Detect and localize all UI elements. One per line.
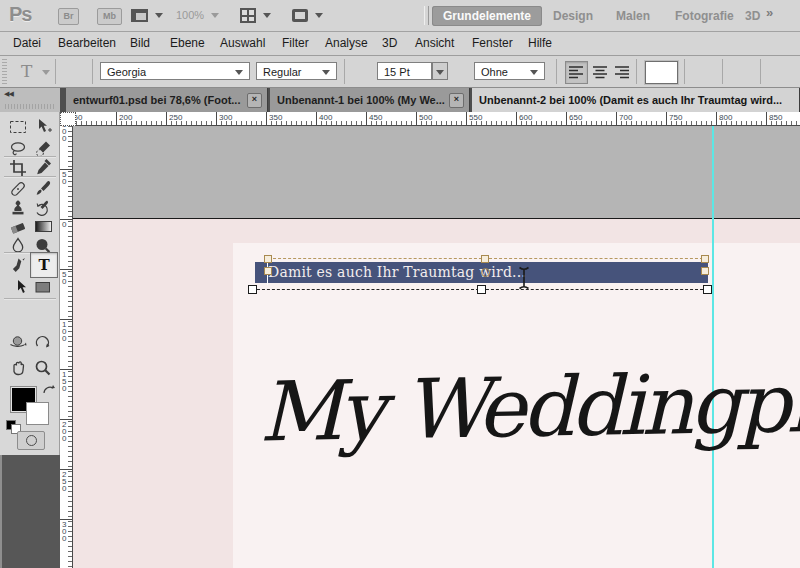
textbox-handle-top-center[interactable] — [481, 255, 489, 263]
zoom-level-display[interactable]: 100% — [176, 9, 204, 21]
rectangular-marquee-icon — [8, 117, 28, 137]
move-tool[interactable] — [31, 116, 55, 137]
align-left-button[interactable] — [565, 61, 588, 84]
align-right-icon — [615, 66, 630, 79]
anti-alias-select[interactable]: Ohne — [474, 62, 545, 80]
textbox-handle-mid-right[interactable] — [701, 267, 709, 275]
separator — [344, 59, 345, 84]
rectangular-marquee-tool[interactable] — [6, 116, 30, 137]
workspace-button[interactable]: Fotografie — [675, 6, 734, 26]
view-extras-dropdown-arrow[interactable] — [155, 13, 163, 18]
transform-reference-point[interactable] — [481, 268, 490, 277]
separator — [760, 59, 761, 84]
swap-colors-icon[interactable] — [41, 383, 57, 401]
history-brush-icon — [33, 198, 53, 218]
eraser-icon — [8, 217, 28, 237]
hand-tool[interactable] — [6, 357, 30, 378]
application-bar: Ps Br Mb 100% — [0, 0, 800, 32]
3d-rotate-tool[interactable] — [6, 332, 30, 353]
ibeam-cursor — [517, 266, 531, 294]
vertical-guide[interactable] — [712, 126, 714, 568]
vertical-ruler[interactable]: 100 50 0 50 100 150 200 250 300 — [60, 126, 73, 568]
separator — [722, 59, 723, 84]
arrange-documents-icon[interactable] — [238, 6, 258, 29]
brush-tool[interactable] — [31, 178, 55, 199]
ruler-origin-box[interactable] — [60, 112, 76, 126]
menu-item[interactable]: Auswahl — [220, 36, 265, 50]
menu-item[interactable]: Bearbeiten — [58, 36, 116, 50]
separator — [92, 59, 93, 84]
transform-handle-bottom-center[interactable] — [477, 285, 486, 294]
eraser-tool[interactable] — [6, 216, 30, 237]
font-family-dropdown-arrow[interactable] — [235, 70, 243, 75]
align-right-button[interactable] — [611, 61, 634, 84]
healing-brush-tool[interactable] — [6, 178, 30, 199]
font-style-dropdown-arrow[interactable] — [322, 70, 330, 75]
launch-bridge-button[interactable]: Br — [58, 8, 79, 25]
zoom-tool[interactable] — [31, 357, 55, 378]
type-tool[interactable]: T — [30, 252, 58, 278]
document-tab[interactable]: Unbenannt-1 bei 100% (My We... × — [270, 88, 470, 112]
shape-tool[interactable] — [31, 276, 55, 297]
collapse-panel-icon[interactable]: ◀◀ — [4, 90, 13, 98]
screen-mode-dropdown-arrow[interactable] — [315, 13, 323, 18]
launch-mini-bridge-button[interactable]: Mb — [97, 8, 122, 25]
menu-item[interactable]: Datei — [13, 36, 41, 50]
gradient-tool[interactable] — [31, 216, 55, 237]
workspace-button[interactable]: Design — [553, 6, 593, 26]
tool-preset-dropdown-arrow[interactable] — [42, 70, 50, 75]
menu-item[interactable]: Bild — [130, 36, 150, 50]
menu-item[interactable]: Fenster — [472, 36, 513, 50]
screen-mode-icon[interactable] — [290, 6, 310, 29]
menu-item[interactable]: Ebene — [170, 36, 205, 50]
font-style-select[interactable]: Regular — [256, 62, 337, 80]
background-color-swatch[interactable] — [26, 402, 49, 425]
current-tool-badge[interactable]: T — [15, 59, 45, 84]
pen-tool[interactable] — [6, 255, 30, 276]
options-bar-grip[interactable] — [2, 59, 7, 84]
document-tab[interactable]: Unbenannt-2 bei 100% (Damit es auch Ihr … — [472, 88, 800, 112]
workspace-button[interactable]: 3D — [745, 6, 760, 26]
menu-bar: DateiBearbeitenBildEbeneAuswahlFilterAna… — [0, 32, 800, 56]
text-color-swatch[interactable] — [645, 61, 678, 84]
font-size-dropdown-button[interactable] — [432, 62, 448, 80]
toolbox-divider — [4, 298, 56, 300]
menu-item[interactable]: 3D — [382, 36, 397, 50]
menu-item[interactable]: Analyse — [325, 36, 368, 50]
quick-mask-button[interactable] — [17, 431, 45, 450]
menu-item[interactable]: Filter — [282, 36, 309, 50]
photoshop-window: Ps Br Mb 100% — [0, 0, 800, 568]
textbox-handle-top-left[interactable] — [264, 255, 272, 263]
align-center-button[interactable] — [589, 61, 612, 84]
workspace-overflow-button[interactable]: » — [766, 5, 773, 20]
clone-stamp-tool[interactable] — [6, 197, 30, 218]
workspace-button[interactable]: Malen — [616, 6, 650, 26]
textbox-handle-top-right[interactable] — [701, 255, 709, 263]
anti-alias-dropdown-arrow[interactable] — [530, 70, 538, 75]
horizontal-ruler[interactable]: 150 200 250 300 350 400 450 500 550 600 … — [60, 112, 800, 126]
path-selection-tool[interactable] — [6, 276, 30, 297]
canvas-area[interactable]: My Weddingplan Damit es auch Ihr Traumta… — [73, 126, 800, 568]
pen-icon — [8, 256, 28, 276]
menu-item[interactable]: Ansicht — [415, 36, 454, 50]
crop-tool[interactable] — [6, 157, 30, 178]
document-tab[interactable]: entwurf01.psd bei 78,6% (Foot... × — [66, 88, 268, 112]
transform-handle-bottom-right[interactable] — [703, 285, 712, 294]
tab-close-button[interactable]: × — [449, 93, 464, 108]
3d-roll-tool[interactable] — [31, 332, 55, 353]
eyedropper-tool[interactable] — [31, 157, 55, 178]
tab-close-button[interactable]: × — [247, 93, 262, 108]
workspace-button[interactable]: Grundelemente — [432, 6, 542, 26]
history-brush-tool[interactable] — [31, 197, 55, 218]
menu-item[interactable]: Hilfe — [528, 36, 552, 50]
textbox-handle-mid-left[interactable] — [264, 267, 272, 275]
font-size-input[interactable]: 15 Pt — [377, 62, 432, 80]
arrange-documents-dropdown-arrow[interactable] — [263, 13, 271, 18]
view-extras-icon[interactable] — [129, 6, 151, 29]
tool-panel-grip[interactable] — [5, 104, 55, 109]
separator — [556, 59, 557, 84]
3d-rotate-icon — [8, 333, 28, 353]
font-family-select[interactable]: Georgia — [100, 62, 250, 80]
transform-handle-bottom-left[interactable] — [248, 285, 257, 294]
photoshop-logo: Ps — [9, 3, 31, 26]
